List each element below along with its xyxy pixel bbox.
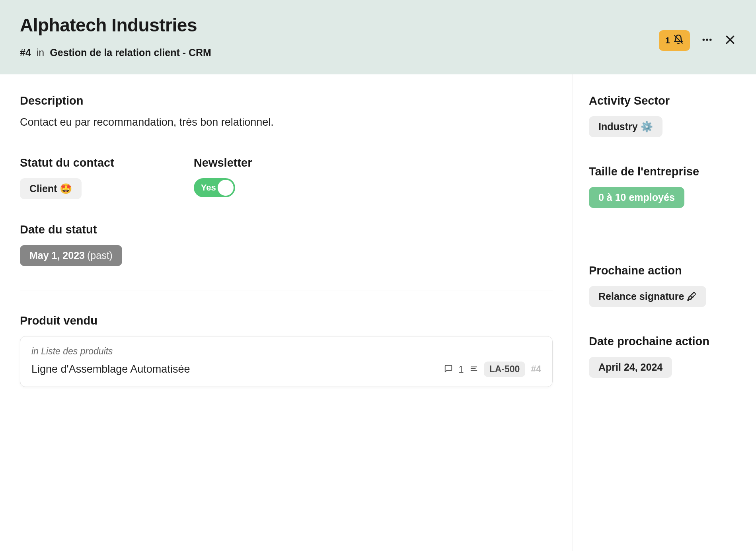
bell-off-icon	[673, 34, 684, 47]
more-options-button[interactable]	[701, 34, 713, 47]
field-contact-status: Statut du contact Client 🤩	[20, 156, 114, 199]
field-activity-sector: Activity Sector Industry ⚙️	[589, 94, 740, 137]
close-icon	[724, 34, 736, 47]
field-newsletter: Newsletter Yes	[194, 156, 252, 199]
section-divider	[20, 290, 553, 290]
field-label-product-sold: Produit vendu	[20, 314, 553, 327]
field-company-size: Taille de l'entreprise 0 à 10 employés	[589, 165, 740, 208]
product-name: Ligne d'Assemblage Automatisée	[31, 363, 190, 375]
list-icon	[470, 364, 478, 375]
subscribe-count: 1	[665, 35, 670, 46]
svg-point-3	[709, 39, 712, 41]
sidebar-divider	[589, 236, 740, 236]
field-next-action-date: Date prochaine action April 24, 2024	[589, 335, 740, 378]
svg-point-2	[706, 39, 708, 41]
subscribe-button[interactable]: 1	[659, 30, 690, 51]
next-action-value[interactable]: Relance signature 🖊	[589, 286, 706, 307]
field-label-next-action: Prochaine action	[589, 264, 740, 277]
field-description: Description Contact eu par recommandatio…	[20, 94, 553, 128]
activity-sector-value[interactable]: Industry ⚙️	[589, 116, 662, 137]
more-horizontal-icon	[701, 34, 713, 47]
breadcrumb-in: in	[37, 47, 44, 58]
field-label-contact-status: Statut du contact	[20, 156, 114, 169]
side-column: Activity Sector Industry ⚙️ Taille de l'…	[573, 74, 756, 551]
comment-icon	[444, 364, 453, 375]
status-date-value[interactable]: May 1, 2023 (past)	[20, 245, 122, 266]
product-meta: 1 LA-500 #4	[444, 362, 541, 377]
next-action-date-value[interactable]: April 24, 2024	[589, 357, 672, 378]
field-label-activity-sector: Activity Sector	[589, 94, 740, 107]
close-button[interactable]	[724, 34, 736, 47]
main-column: Description Contact eu par recommandatio…	[0, 74, 573, 551]
field-label-status-date: Date du statut	[20, 223, 553, 236]
field-label-description: Description	[20, 94, 553, 107]
breadcrumb-parent[interactable]: Gestion de la relation client - CRM	[50, 47, 211, 58]
page-title: Alphatech Industries	[20, 14, 659, 36]
breadcrumb: #4 in Gestion de la relation client - CR…	[20, 47, 659, 58]
comment-count: 1	[458, 364, 464, 375]
product-source: in Liste des produits	[31, 346, 541, 357]
product-row-number: #4	[531, 364, 541, 375]
newsletter-toggle[interactable]: Yes	[194, 178, 235, 197]
company-size-value[interactable]: 0 à 10 employés	[589, 187, 684, 208]
field-product-sold: Produit vendu in Liste des produits Lign…	[20, 314, 553, 387]
field-label-next-action-date: Date prochaine action	[589, 335, 740, 348]
product-sku: LA-500	[484, 362, 526, 377]
field-next-action: Prochaine action Relance signature 🖊	[589, 264, 740, 307]
contact-status-value[interactable]: Client 🤩	[20, 178, 82, 199]
product-card[interactable]: in Liste des produits Ligne d'Assemblage…	[20, 336, 553, 387]
description-value[interactable]: Contact eu par recommandation, très bon …	[20, 116, 553, 128]
record-id: #4	[20, 47, 31, 58]
svg-point-1	[703, 39, 705, 41]
field-label-company-size: Taille de l'entreprise	[589, 165, 740, 178]
newsletter-toggle-label: Yes	[201, 183, 216, 193]
record-header: Alphatech Industries #4 in Gestion de la…	[0, 0, 756, 74]
field-status-date: Date du statut May 1, 2023 (past)	[20, 223, 553, 266]
field-label-newsletter: Newsletter	[194, 156, 252, 169]
